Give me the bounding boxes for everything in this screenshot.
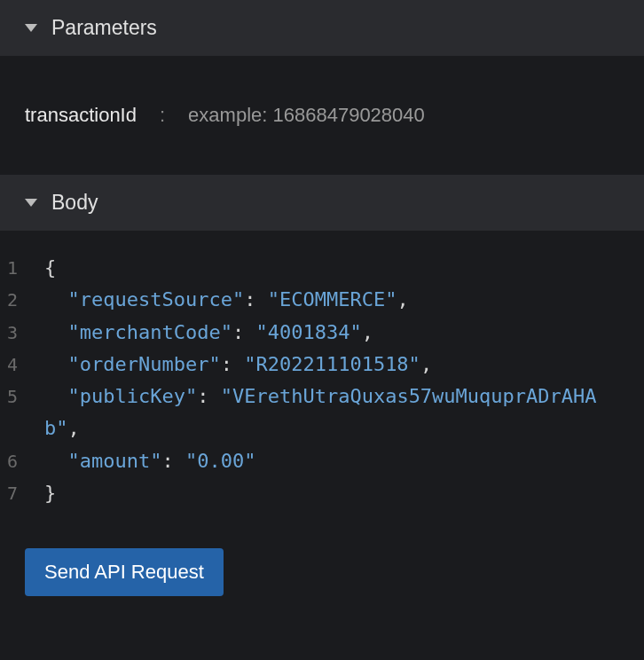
- line-content: "merchantCode": "4001834",: [44, 317, 644, 349]
- param-separator: :: [160, 104, 165, 127]
- line-content: "requestSource": "ECOMMERCE",: [44, 284, 644, 316]
- line-number: 1: [0, 252, 44, 283]
- line-number: 5: [0, 381, 44, 412]
- line-number: 2: [0, 284, 44, 315]
- line-number: 6: [0, 445, 44, 476]
- body-section-header[interactable]: Body: [0, 175, 644, 231]
- chevron-down-icon: [25, 199, 37, 207]
- param-example: example: 16868479028040: [188, 104, 425, 127]
- code-line: 2 "requestSource": "ECOMMERCE",: [0, 284, 644, 316]
- param-name: transactionId: [25, 104, 137, 127]
- send-api-request-button[interactable]: Send API Request: [25, 548, 224, 596]
- line-content: "orderNumber": "R202211101518",: [44, 349, 644, 381]
- actions-row: Send API Request: [0, 536, 644, 596]
- code-line: 3 "merchantCode": "4001834",: [0, 317, 644, 349]
- chevron-down-icon: [25, 24, 37, 32]
- body-title: Body: [51, 191, 98, 215]
- code-line: 1{: [0, 252, 644, 284]
- line-content: "publicKey": "VErethUtraQuxas57wuMuquprA…: [44, 381, 644, 445]
- line-content: {: [44, 252, 644, 284]
- code-line: 5 "publicKey": "VErethUtraQuxas57wuMuqup…: [0, 381, 644, 445]
- parameters-content: transactionId : example: 16868479028040: [0, 56, 644, 175]
- line-content: }: [44, 477, 644, 509]
- code-line: 6 "amount": "0.00": [0, 445, 644, 477]
- line-number: 4: [0, 349, 44, 380]
- line-number: 3: [0, 317, 44, 348]
- parameters-section-header[interactable]: Parameters: [0, 0, 644, 56]
- line-number: 7: [0, 477, 44, 508]
- body-code-editor[interactable]: 1{2 "requestSource": "ECOMMERCE",3 "merc…: [0, 231, 644, 536]
- code-line: 4 "orderNumber": "R202211101518",: [0, 349, 644, 381]
- code-line: 7}: [0, 477, 644, 509]
- parameters-title: Parameters: [51, 16, 157, 40]
- line-content: "amount": "0.00": [44, 445, 644, 477]
